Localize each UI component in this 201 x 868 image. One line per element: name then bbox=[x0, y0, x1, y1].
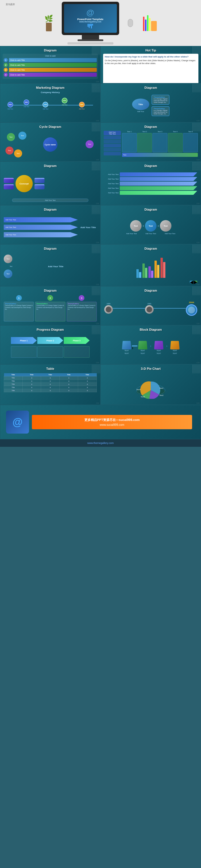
block-cube-1 bbox=[122, 341, 132, 349]
layer-bar-2 bbox=[120, 177, 197, 181]
list-num-4: 4 bbox=[4, 73, 8, 77]
box-3 bbox=[153, 133, 167, 152]
slide-hot-tip: Hot Tip How do I incorporate my logo to … bbox=[100, 46, 201, 83]
chart-control-1[interactable]: ◀ bbox=[190, 281, 193, 283]
bar-4b bbox=[157, 265, 159, 278]
flow-label-1: Add Your Text bbox=[126, 233, 137, 235]
marketing-content: Company History 2000 Add Text 2001 Add T… bbox=[3, 91, 98, 120]
flow-arrow-1: › bbox=[143, 224, 144, 228]
node-circle-2004 bbox=[186, 304, 197, 316]
watermark-17: COI bbox=[96, 402, 99, 404]
step-text-2: ThemeGallery is a Design Digital Content… bbox=[36, 305, 64, 310]
svg-text:Text1: Text1 bbox=[159, 387, 164, 389]
top-block-3: TEXT bbox=[155, 340, 163, 351]
table-boxes-content: Add YourTitle Text Text 1 Text 2 Text 3 … bbox=[103, 130, 198, 157]
col-header-left: Add YourTitle Text bbox=[104, 131, 121, 135]
phase-boxes bbox=[4, 346, 97, 358]
right-cylinders bbox=[34, 178, 44, 189]
flow-label-3: Add Your Text bbox=[165, 233, 175, 235]
td-3-3: a bbox=[60, 383, 78, 386]
side-nodes: ThemeGallery is a Design Digital mall de… bbox=[152, 95, 169, 116]
mouse bbox=[128, 19, 133, 27]
hot-tip-content: How do I incorporate my logo to a slide … bbox=[103, 54, 198, 83]
td-3-0: Title bbox=[4, 383, 23, 386]
cylinder-4 bbox=[34, 184, 44, 189]
watermark-15: COI bbox=[96, 362, 99, 364]
list-item-3: 3 Click to add Title bbox=[4, 68, 97, 72]
steps-content: 1 ThemeGallery ThemeGallery is a Design … bbox=[3, 294, 98, 323]
monitor: @ PowerPoint Template www.themegallery.c… bbox=[62, 2, 119, 44]
td-1-1: a bbox=[23, 376, 41, 379]
bubble-content: Text Text Text Add Your Title bbox=[3, 252, 98, 281]
layer-bar-1 bbox=[120, 173, 197, 177]
td-2-2: a bbox=[41, 379, 60, 383]
flow-label-2: Add Your Text bbox=[145, 233, 156, 235]
concept-bottom-label: Add Your Text bbox=[12, 198, 89, 202]
slide-concept: Diagram Concept Add Your Text COI bbox=[0, 161, 100, 205]
watermark-18: COI bbox=[196, 402, 200, 404]
step-3: 3 ThemeGallery ThemeGallery is a Design … bbox=[67, 295, 97, 321]
th-2: Title bbox=[41, 373, 60, 376]
layers-stack: Add Your Text Add Your Text Add Your Tex… bbox=[104, 173, 197, 195]
layer-row-2: Add Your Text bbox=[104, 177, 197, 181]
td-3-1: a bbox=[23, 383, 41, 386]
table-row-1: Title a a a a bbox=[4, 376, 97, 379]
slide-numbered-steps: Diagram 1 ThemeGallery ThemeGallery is a… bbox=[0, 286, 100, 325]
cycle-content: Cycle name Text Text Text Text Text bbox=[3, 130, 98, 159]
top-block-1: TEXT bbox=[122, 340, 131, 351]
site-url: www.themegallery.com bbox=[87, 442, 114, 444]
bar-group-2 bbox=[142, 264, 147, 278]
td-5-3: a bbox=[60, 389, 78, 392]
slide-progress: Progress Diagram Phase 1 Phase 2 Phase 3… bbox=[0, 325, 100, 364]
th-4: Title bbox=[78, 373, 97, 376]
node-text-2c: Solid Design Inc. bbox=[154, 113, 167, 115]
col-row-4 bbox=[104, 148, 121, 151]
layer-row-5: Add Your Text bbox=[104, 191, 197, 195]
arrows-right-label: Add Your Title bbox=[79, 226, 97, 229]
watermark-3: COI bbox=[96, 120, 99, 122]
list-num-1: 1 bbox=[4, 58, 8, 62]
box-4 bbox=[168, 133, 182, 152]
monitor-stand bbox=[82, 35, 99, 39]
list-bar-2: Click to add Title bbox=[9, 63, 97, 67]
pie-svg: Text1 Text2 Text3 Text4 bbox=[134, 376, 168, 399]
layer-label-4: Add Your Text bbox=[104, 187, 119, 189]
col-row-3 bbox=[104, 144, 121, 147]
node-circle-2005 bbox=[104, 305, 113, 314]
td-4-1: a bbox=[23, 386, 41, 389]
list-item-4: 4 Click to add Title bbox=[4, 73, 97, 77]
slide-title-1: Diagram bbox=[3, 49, 98, 52]
bottom-spacer-2 bbox=[148, 352, 154, 354]
svg-text:Text3: Text3 bbox=[141, 396, 145, 398]
step-num-3: 3 bbox=[79, 295, 85, 301]
svg-text:Text2: Text2 bbox=[159, 395, 164, 396]
timeline: 2000 Add Text 2001 Add Text 2002 Add Tex… bbox=[3, 95, 98, 115]
side-node-1: ThemeGallery is a Design Digital mall de… bbox=[152, 95, 169, 104]
col-row-1 bbox=[104, 136, 121, 140]
block-label-2: TEXT bbox=[140, 350, 145, 351]
bar-5a bbox=[161, 258, 163, 278]
td-2-4: a bbox=[78, 379, 97, 383]
phase-1: Phase 1 bbox=[11, 337, 37, 344]
arrows-content: Add Your Text Add Your Text Add Your Tex… bbox=[3, 213, 98, 242]
table-body: Title a a a a Title a a a a Title bbox=[4, 376, 97, 392]
watermark-2: COI bbox=[196, 81, 200, 83]
slide-title-11: Diagram bbox=[3, 247, 98, 250]
chart-control-2[interactable]: ▶ bbox=[194, 281, 197, 283]
slide-circles-layout: Diagram Title Add Your ThemeGallery is a… bbox=[100, 83, 201, 122]
bottom-label-1: TEXT bbox=[122, 352, 131, 354]
concept-circle: Concept bbox=[15, 175, 33, 192]
slide-arrows: Diagram Add Your Text Add Your Text Add … bbox=[0, 205, 100, 244]
bar-2a bbox=[142, 264, 145, 278]
slide-table: Table Title Title Title Title Title Titl… bbox=[0, 364, 100, 405]
slide-layers: Diagram Add Your Text Add Your Text Add … bbox=[100, 161, 201, 205]
block-label-4: TEXT bbox=[173, 350, 177, 351]
slide-title-14: Diagram bbox=[103, 289, 198, 292]
bottom-bar-text: Text bbox=[123, 154, 126, 156]
cylinder-2 bbox=[4, 184, 14, 189]
slide-title-16: Block Diagram bbox=[103, 328, 198, 331]
list-item-2: 2 Click to add Title bbox=[4, 63, 97, 67]
td-5-4: a bbox=[78, 389, 97, 392]
monitor-title: PowerPoint Template bbox=[77, 18, 103, 21]
node-2004: 2004 Add Text bbox=[79, 102, 85, 110]
